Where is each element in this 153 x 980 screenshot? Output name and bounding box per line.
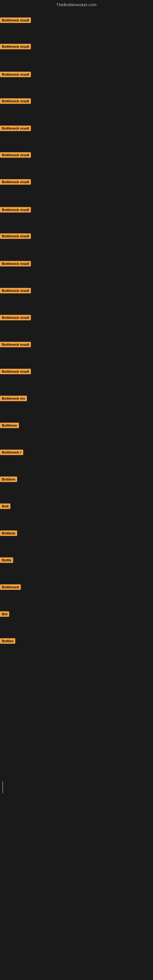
- bottleneck-badge-2[interactable]: Bottleneck result: [0, 44, 31, 51]
- badge-label-12: Bottleneck result: [0, 315, 31, 320]
- bottleneck-badge-17[interactable]: Bottleneck r: [0, 450, 23, 456]
- badge-label-3: Bottleneck result: [0, 72, 31, 77]
- bottleneck-badge-10[interactable]: Bottleneck result: [0, 261, 31, 268]
- bottleneck-badge-5[interactable]: Bottleneck result: [0, 126, 31, 132]
- badge-label-7: Bottleneck result: [0, 179, 31, 185]
- bottleneck-badge-7[interactable]: Bottleneck result: [0, 179, 31, 186]
- bottleneck-badge-4[interactable]: Bottleneck result: [0, 98, 31, 105]
- bottleneck-badge-24[interactable]: Bottlen: [0, 638, 15, 645]
- bottleneck-badge-16[interactable]: Bottlenec: [0, 423, 19, 430]
- badge-label-20: Bottlene: [0, 530, 17, 536]
- badge-label-22: Bottleneck: [0, 584, 21, 590]
- bottleneck-badge-11[interactable]: Bottleneck result: [0, 288, 31, 294]
- badge-label-13: Bottleneck result: [0, 342, 31, 347]
- cursor-line: [2, 781, 3, 793]
- badge-label-21: Bottle: [0, 557, 13, 563]
- bottleneck-badge-19[interactable]: Bott: [0, 503, 10, 510]
- bottleneck-badge-12[interactable]: Bottleneck result: [0, 315, 31, 321]
- site-header: TheBottlenecker.com: [0, 0, 153, 8]
- bottleneck-badge-6[interactable]: Bottleneck result: [0, 152, 31, 159]
- bottleneck-badge-8[interactable]: Bottleneck result: [0, 207, 31, 214]
- badge-label-17: Bottleneck r: [0, 450, 23, 455]
- bottleneck-badge-9[interactable]: Bottleneck result: [0, 233, 31, 240]
- badge-label-18: Bottlene: [0, 477, 17, 482]
- badge-label-5: Bottleneck result: [0, 126, 31, 131]
- badge-label-15: Bottleneck res: [0, 396, 27, 401]
- badge-label-14: Bottleneck result: [0, 369, 31, 374]
- bottleneck-badge-14[interactable]: Bottleneck result: [0, 369, 31, 375]
- bottleneck-badge-13[interactable]: Bottleneck result: [0, 342, 31, 348]
- bottleneck-badge-18[interactable]: Bottlene: [0, 477, 17, 483]
- badge-label-1: Bottleneck result: [0, 18, 31, 23]
- bottleneck-badge-3[interactable]: Bottleneck result: [0, 72, 31, 78]
- bottleneck-badge-20[interactable]: Bottlene: [0, 530, 17, 537]
- badge-label-19: Bott: [0, 503, 10, 509]
- bottleneck-badge-21[interactable]: Bottle: [0, 557, 13, 564]
- badge-label-16: Bottlenec: [0, 423, 19, 428]
- badge-label-11: Bottleneck result: [0, 288, 31, 293]
- bottleneck-badge-1[interactable]: Bottleneck result: [0, 18, 31, 24]
- bottleneck-badge-15[interactable]: Bottleneck res: [0, 396, 27, 402]
- bottleneck-badge-22[interactable]: Bottleneck: [0, 584, 21, 591]
- badge-label-23: Bot: [0, 611, 9, 617]
- badge-label-2: Bottleneck result: [0, 44, 31, 49]
- badge-label-8: Bottleneck result: [0, 207, 31, 213]
- badge-label-24: Bottlen: [0, 638, 15, 644]
- badge-label-6: Bottleneck result: [0, 152, 31, 158]
- badge-label-9: Bottleneck result: [0, 233, 31, 239]
- bottleneck-badge-23[interactable]: Bot: [0, 611, 9, 618]
- badge-label-10: Bottleneck result: [0, 261, 31, 266]
- badge-label-4: Bottleneck result: [0, 98, 31, 104]
